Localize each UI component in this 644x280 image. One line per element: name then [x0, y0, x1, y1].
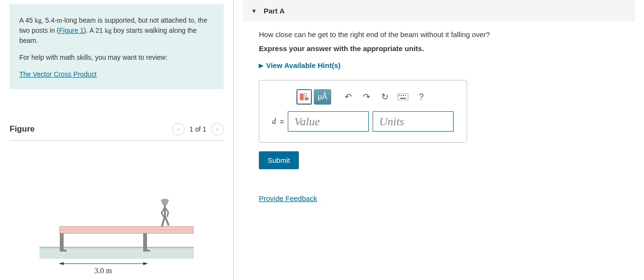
answer-box: μÅ ↶ ↷ ↻ ? d =	[259, 80, 467, 143]
part-title: Part A	[264, 7, 285, 15]
figure-title: Figure	[10, 124, 35, 134]
instruction-text: Express your answer with the appropriate…	[259, 44, 619, 53]
svg-rect-21	[400, 98, 406, 99]
caret-right-icon: ▶	[259, 62, 263, 69]
svg-rect-14	[305, 93, 307, 96]
caret-down-icon: ▼	[251, 8, 257, 14]
equals-sign: =	[280, 118, 284, 126]
svg-marker-12	[143, 262, 148, 265]
problem-text: A 45 kg, 5.4-m-long beam is supported, b…	[19, 15, 214, 46]
provide-feedback-link[interactable]: Provide Feedback	[259, 194, 317, 202]
figure-image: 3.0 m	[10, 141, 224, 276]
svg-rect-15	[305, 97, 309, 100]
svg-rect-3	[60, 250, 67, 252]
dimension-label: 3.0 m	[94, 267, 112, 275]
answer-toolbar: μÅ ↶ ↷ ↻ ?	[266, 89, 460, 105]
redo-button[interactable]: ↷	[358, 89, 375, 105]
variable-label: d	[272, 117, 276, 126]
beam-diagram-icon: 3.0 m	[40, 179, 194, 276]
figure-count: 1 of 1	[189, 125, 206, 133]
svg-rect-18	[401, 95, 402, 96]
svg-rect-19	[403, 95, 404, 96]
figure-next-button[interactable]: ›	[211, 123, 224, 135]
problem-statement: A 45 kg, 5.4-m-long beam is supported, b…	[10, 4, 224, 89]
submit-button[interactable]: Submit	[259, 151, 299, 169]
svg-rect-20	[405, 95, 406, 96]
figure-section: Figure ‹ 1 of 1 ›	[10, 123, 224, 276]
right-panel: ▼ Part A How close can he get to the rig…	[234, 0, 644, 280]
template-tool-button[interactable]	[296, 89, 312, 105]
reset-button[interactable]: ↻	[376, 89, 393, 105]
units-input[interactable]	[373, 111, 454, 132]
undo-button[interactable]: ↶	[340, 89, 356, 105]
svg-rect-16	[398, 93, 408, 100]
keyboard-button[interactable]	[395, 89, 411, 105]
value-input[interactable]	[288, 111, 369, 132]
svg-rect-2	[60, 232, 64, 252]
left-panel: A 45 kg, 5.4-m-long beam is supported, b…	[0, 0, 234, 280]
figure-link[interactable]: Figure 1	[59, 27, 83, 34]
svg-rect-13	[300, 93, 304, 100]
units-tool-button[interactable]: μÅ	[314, 89, 331, 105]
question-text: How close can he get to the right end of…	[259, 30, 619, 39]
help-button[interactable]: ?	[413, 89, 429, 105]
help-link[interactable]: The Vector Cross Product	[19, 70, 96, 78]
svg-marker-11	[59, 262, 64, 265]
figure-prev-button[interactable]: ‹	[172, 123, 185, 135]
view-hints-button[interactable]: ▶ View Available Hint(s)	[259, 61, 619, 69]
svg-rect-4	[143, 232, 147, 252]
svg-point-9	[161, 199, 169, 202]
svg-rect-5	[143, 250, 150, 252]
hints-label: View Available Hint(s)	[266, 61, 341, 69]
part-header[interactable]: ▼ Part A	[242, 0, 635, 22]
figure-nav: ‹ 1 of 1 ›	[172, 123, 224, 135]
help-text: For help with math skills, you may want …	[19, 53, 214, 63]
svg-rect-17	[399, 95, 400, 96]
